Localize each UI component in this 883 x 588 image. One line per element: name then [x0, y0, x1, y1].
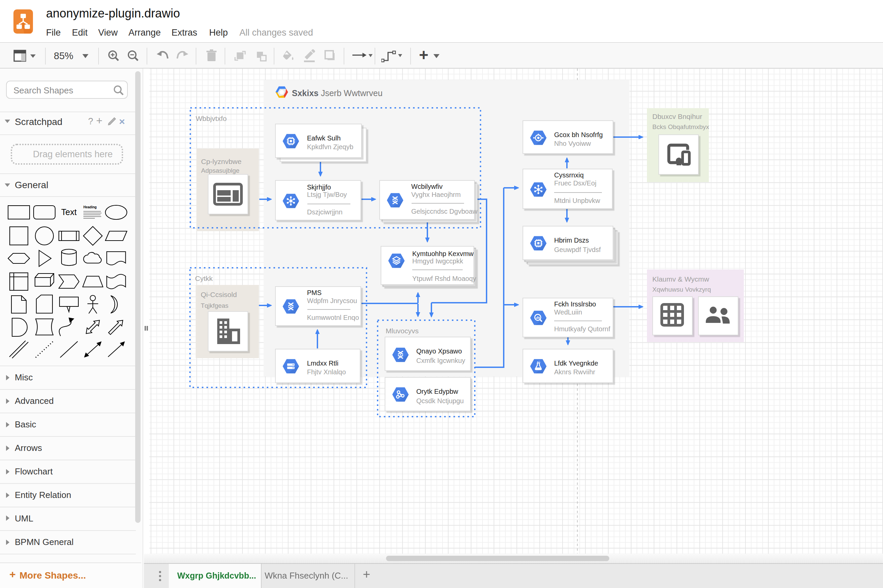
svg-text:Text: Text: [61, 207, 77, 217]
svg-text:Heading: Heading: [83, 205, 96, 209]
